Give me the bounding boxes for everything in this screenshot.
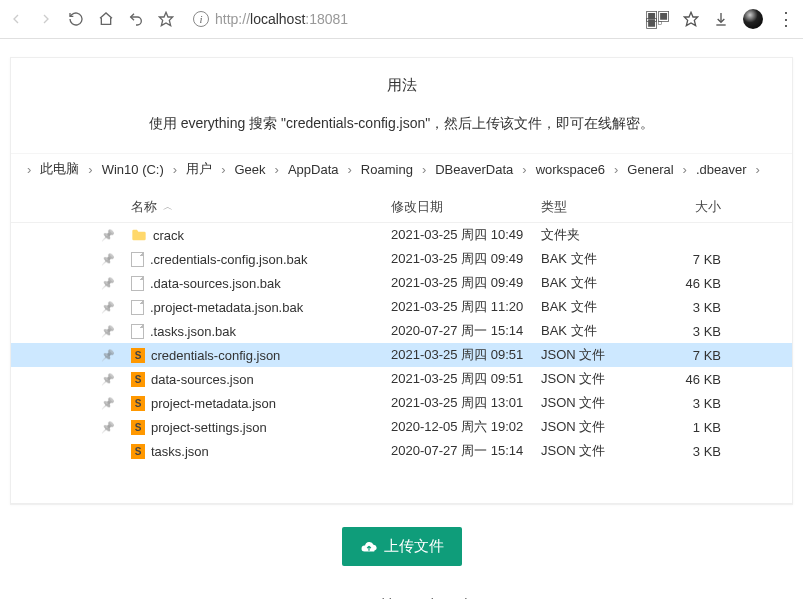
breadcrumb-item[interactable]: AppData [285,160,342,179]
breadcrumb-item[interactable]: Roaming [358,160,416,179]
breadcrumb-item[interactable]: .dbeaver [693,160,750,179]
breadcrumb-item[interactable]: 此电脑 [37,158,82,180]
file-size: 7 KB [641,348,721,363]
pin-icon[interactable]: 📌 [101,301,131,314]
back-icon[interactable] [8,11,24,27]
table-row[interactable]: 📌crack2021-03-25 周四 10:49文件夹 [11,223,792,247]
pin-icon[interactable]: 📌 [101,349,131,362]
file-size: 3 KB [641,300,721,315]
chevron-right-icon: › [752,162,764,177]
file-name-cell: crack [131,227,391,243]
file-modified: 2021-03-25 周四 09:49 [391,274,541,292]
nav-icons [8,11,174,27]
pin-icon[interactable]: 📌 [101,253,131,266]
breadcrumb-item[interactable]: General [624,160,676,179]
table-row[interactable]: tasks.json2020-07-27 周一 15:14JSON 文件3 KB [11,439,792,463]
chevron-right-icon: › [679,162,691,177]
pin-icon[interactable]: 📌 [101,277,131,290]
card: 用法 使用 everything 搜索 "credentials-config.… [10,57,793,504]
file-explorer: 名称 ︿ 修改日期 类型 大小 📌crack2021-03-25 周四 10:4… [11,184,792,503]
sort-asc-icon: ︿ [163,200,173,214]
table-row[interactable]: 📌.tasks.json.bak2020-07-27 周一 15:14BAK 文… [11,319,792,343]
col-header-type[interactable]: 类型 [541,198,641,216]
breadcrumb-item[interactable]: DBeaverData [432,160,516,179]
file-name: data-sources.json [151,372,254,387]
file-modified: 2021-03-25 周四 13:01 [391,394,541,412]
col-header-size[interactable]: 大小 [641,198,721,216]
table-body: 📌crack2021-03-25 周四 10:49文件夹📌.credential… [11,223,792,503]
chevron-right-icon: › [271,162,283,177]
toolbar-right: ▣▣▣▫ ⋮ [645,8,795,30]
file-modified: 2021-03-25 周四 09:49 [391,250,541,268]
breadcrumb-item[interactable]: Geek [232,160,269,179]
file-type: JSON 文件 [541,418,641,436]
file-type: JSON 文件 [541,442,641,460]
table-row[interactable]: 📌.credentials-config.json.bak2021-03-25 … [11,247,792,271]
home-icon[interactable] [98,11,114,27]
avatar[interactable] [743,9,763,29]
breadcrumb-item[interactable]: Win10 (C:) [99,160,167,179]
forward-icon[interactable] [38,11,54,27]
table-header: 名称 ︿ 修改日期 类型 大小 [11,192,792,223]
file-type: JSON 文件 [541,370,641,388]
col-header-name[interactable]: 名称 ︿ [131,198,391,216]
file-icon [131,252,144,267]
table-row[interactable]: 📌project-settings.json2020-12-05 周六 19:0… [11,415,792,439]
page-title: 用法 [11,76,792,95]
chevron-right-icon: › [23,162,35,177]
reload-icon[interactable] [68,11,84,27]
sublime-file-icon [131,396,145,411]
table-row[interactable]: 📌data-sources.json2021-03-25 周四 09:51JSO… [11,367,792,391]
chevron-right-icon: › [217,162,229,177]
chevron-right-icon: › [344,162,356,177]
chevron-right-icon: › [518,162,530,177]
table-row[interactable]: 📌project-metadata.json2021-03-25 周四 13:0… [11,391,792,415]
file-name: credentials-config.json [151,348,280,363]
url-bar[interactable]: i http://localhost:18081 [184,6,635,32]
folder-icon [131,227,147,243]
pin-icon[interactable]: 📌 [101,397,131,410]
sublime-file-icon [131,420,145,435]
breadcrumb-item[interactable]: workspace6 [533,160,608,179]
table-row[interactable]: 📌.data-sources.json.bak2021-03-25 周四 09:… [11,271,792,295]
site-info-icon[interactable]: i [193,11,209,27]
file-type: JSON 文件 [541,346,641,364]
file-size: 3 KB [641,324,721,339]
pin-icon[interactable]: 📌 [101,421,131,434]
undo-icon[interactable] [128,11,144,27]
chevron-right-icon: › [84,162,96,177]
qr-icon[interactable]: ▣▣▣▫ [645,12,669,26]
table-row[interactable]: 📌.project-metadata.json.bak2021-03-25 周四… [11,295,792,319]
file-modified: 2020-12-05 周六 19:02 [391,418,541,436]
file-type: 文件夹 [541,226,641,244]
file-name: .project-metadata.json.bak [150,300,303,315]
table-row[interactable]: 📌credentials-config.json2021-03-25 周四 09… [11,343,792,367]
pin-icon[interactable]: 📌 [101,229,131,242]
star-icon[interactable] [158,11,174,27]
menu-icon[interactable]: ⋮ [777,8,795,30]
browser-toolbar: i http://localhost:18081 ▣▣▣▫ ⋮ [0,0,803,39]
col-header-modified[interactable]: 修改日期 [391,198,541,216]
file-icon [131,324,144,339]
upload-button[interactable]: 上传文件 [342,527,462,566]
bookmark-icon[interactable] [683,11,699,27]
file-size: 46 KB [641,276,721,291]
pin-icon[interactable]: 📌 [101,325,131,338]
file-name-cell: .tasks.json.bak [131,324,391,339]
file-name: .data-sources.json.bak [150,276,281,291]
file-modified: 2020-07-27 周一 15:14 [391,442,541,460]
file-name-cell: .project-metadata.json.bak [131,300,391,315]
file-name-cell: project-settings.json [131,420,391,435]
file-icon [131,300,144,315]
file-type: BAK 文件 [541,274,641,292]
download-icon[interactable] [713,11,729,27]
pin-icon[interactable]: 📌 [101,373,131,386]
sublime-file-icon [131,372,145,387]
chevron-right-icon: › [169,162,181,177]
chevron-right-icon: › [418,162,430,177]
file-modified: 2021-03-25 周四 11:20 [391,298,541,316]
sublime-file-icon [131,348,145,363]
file-modified: 2020-07-27 周一 15:14 [391,322,541,340]
breadcrumb-item[interactable]: 用户 [183,158,215,180]
file-name-cell: .data-sources.json.bak [131,276,391,291]
